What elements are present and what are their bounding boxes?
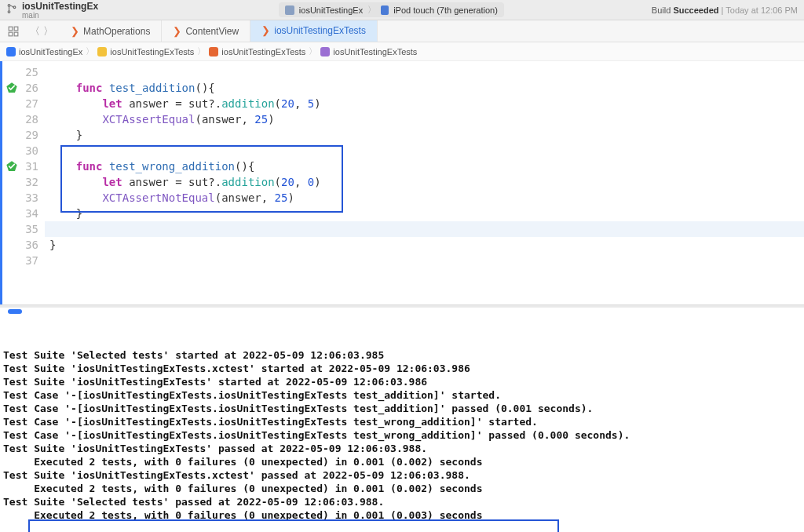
svg-rect-3	[9, 27, 13, 31]
chevron-right-icon: 〉	[309, 46, 317, 57]
build-status: Build Succeeded | Today at 12:06 PM	[652, 5, 798, 15]
test-pass-icon[interactable]	[5, 160, 18, 173]
code-line[interactable]: let answer = sut?.addition(20, 5)	[45, 96, 804, 111]
code-line[interactable]	[45, 253, 804, 268]
console-line: Test Case '-[iosUnitTestingExTests.iosUn…	[3, 402, 801, 415]
line-number[interactable]: 35	[2, 221, 38, 237]
tab-bar: 〈 〉 ❯ MathOperations ❯ ContentView ❯ ios…	[0, 20, 804, 42]
svg-point-2	[13, 6, 16, 9]
console-line: Executed 2 tests, with 0 failures (0 une…	[3, 482, 801, 495]
class-icon	[320, 47, 330, 56]
tab-label: iosUnitTestingExTests	[274, 25, 366, 36]
device-name: iPod touch (7th generation)	[393, 5, 498, 15]
line-number[interactable]: 36	[2, 237, 38, 253]
code-line[interactable]	[45, 221, 804, 237]
scheme-icon	[285, 5, 294, 15]
code-line[interactable]: }	[45, 127, 804, 143]
console-line: Executed 2 tests, with 0 failures (0 une…	[3, 508, 801, 522]
line-number[interactable]: 37	[2, 253, 38, 268]
console-filter-bar[interactable]	[0, 308, 804, 315]
code-line[interactable]: XCTAssertNotEqual(answer, 25)	[45, 190, 804, 206]
code-line[interactable]: let answer = sut?.addition(20, 0)	[45, 174, 804, 190]
code-line[interactable]: }	[45, 206, 804, 221]
code-line[interactable]: func test_addition(){	[45, 80, 804, 96]
swift-icon: ❯	[71, 25, 79, 37]
swift-icon: ❯	[261, 24, 270, 36]
code-line[interactable]: XCTAssertEqual(answer, 25)	[45, 111, 804, 127]
console-line: Test Suite 'iosUnitTestingExTests' passe…	[3, 442, 801, 455]
tab-mathoperations[interactable]: ❯ MathOperations	[60, 20, 162, 42]
folder-icon	[97, 47, 107, 56]
project-name: iosUnitTestingEx	[22, 1, 98, 12]
console-line: Test Suite 'Selected tests' passed at 20…	[3, 495, 801, 508]
window-toolbar: iosUnitTestingEx main iosUnitTestingEx 〉…	[0, 0, 804, 20]
console-line: Test Case '-[iosUnitTestingExTests.iosUn…	[3, 428, 801, 442]
chevron-right-icon: 〉	[197, 46, 206, 57]
tab-contentview[interactable]: ❯ ContentView	[162, 20, 250, 42]
nav-forward-button[interactable]: 〉	[43, 24, 53, 38]
line-number[interactable]: 28	[2, 111, 38, 127]
svg-point-1	[8, 11, 10, 13]
chevron-right-icon: 〉	[367, 4, 376, 16]
console-line: Test Case '-[iosUnitTestingExTests.iosUn…	[3, 388, 801, 402]
device-icon	[381, 5, 389, 15]
branch-icon	[6, 3, 17, 16]
svg-point-0	[8, 5, 10, 7]
line-number-gutter[interactable]: 25262728293031323334353637	[2, 61, 45, 304]
line-number[interactable]: 33	[2, 190, 38, 206]
scheme-name: iosUnitTestingEx	[299, 5, 363, 15]
code-line[interactable]: func test_wrong_addition(){	[45, 159, 804, 174]
console-line: Test Suite 'iosUnitTestingExTests.xctest…	[3, 468, 801, 482]
branch-name: main	[22, 11, 98, 20]
nav-back-button[interactable]: 〈	[30, 24, 40, 38]
console-line: Executed 2 tests, with 0 failures (0 une…	[3, 455, 801, 468]
line-number[interactable]: 25	[2, 64, 38, 80]
console-line: Test Suite 'iosUnitTestingExTests.xctest…	[3, 362, 801, 375]
console-line: Test Suite 'iosUnitTestingExTests' start…	[3, 375, 801, 388]
swift-icon: ❯	[173, 25, 181, 37]
code-area[interactable]: func test_addition(){ let answer = sut?.…	[45, 61, 804, 304]
line-number[interactable]: 29	[2, 127, 38, 143]
svg-rect-5	[9, 32, 13, 36]
console-line: Test Case '-[iosUnitTestingExTests.iosUn…	[3, 415, 801, 428]
swift-file-icon	[209, 47, 218, 56]
line-number[interactable]: 32	[2, 174, 38, 190]
scheme-device-selector[interactable]: iosUnitTestingEx 〉 iPod touch (7th gener…	[279, 2, 504, 17]
code-editor[interactable]: 25262728293031323334353637 func test_add…	[0, 61, 804, 304]
debug-console[interactable]: Test Suite 'Selected tests' started at 2…	[0, 315, 804, 532]
related-items-icon[interactable]	[3, 20, 24, 42]
tab-label: ContentView	[185, 26, 239, 37]
svg-rect-4	[14, 27, 18, 31]
line-number[interactable]: 27	[2, 96, 38, 111]
chevron-right-icon: 〉	[86, 46, 94, 57]
project-icon	[6, 47, 16, 56]
line-number[interactable]: 34	[2, 206, 38, 221]
code-line[interactable]	[45, 64, 804, 80]
svg-rect-6	[14, 32, 18, 36]
tab-label: MathOperations	[83, 26, 150, 37]
line-number[interactable]: 30	[2, 143, 38, 159]
console-line: Test Suite 'Selected tests' started at 2…	[3, 348, 801, 362]
console-scope-pill[interactable]	[8, 309, 22, 314]
line-number[interactable]: 26	[2, 80, 38, 96]
code-line[interactable]: }	[45, 237, 804, 253]
test-pass-icon[interactable]	[5, 82, 18, 94]
project-selector[interactable]: iosUnitTestingEx main	[6, 1, 98, 20]
line-number[interactable]: 31	[2, 159, 38, 174]
breadcrumb[interactable]: iosUnitTestingEx 〉 iosUnitTestingExTests…	[0, 42, 804, 61]
code-line[interactable]	[45, 143, 804, 159]
tab-tests[interactable]: ❯ iosUnitTestingExTests	[250, 20, 378, 42]
